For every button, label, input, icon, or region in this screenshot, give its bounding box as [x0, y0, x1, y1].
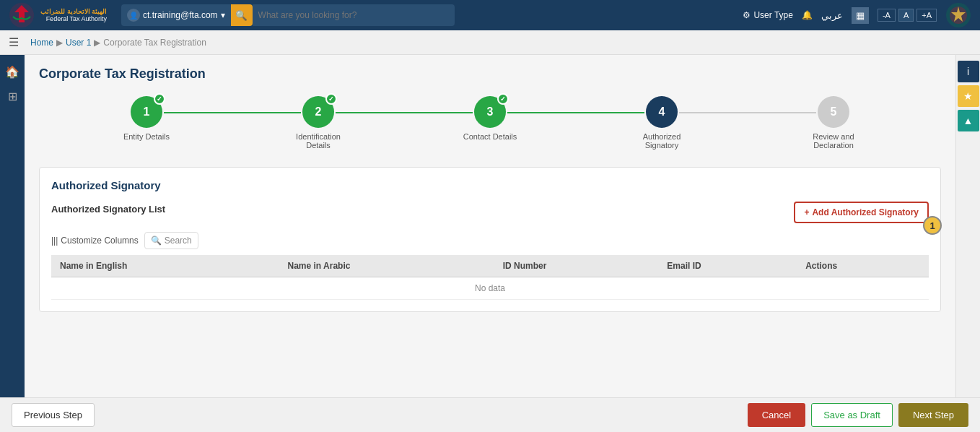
- font-controls: -A A +A: [878, 9, 937, 22]
- user-avatar: 👤: [127, 9, 140, 22]
- top-header: الهيئة الاتحادية للضرائب Federal Tax Aut…: [0, 0, 980, 30]
- step-number-2: 2: [315, 105, 322, 118]
- logo-arabic-text: الهيئة الاتحادية للضرائب: [40, 8, 107, 15]
- header-right: ⚙ User Type 🔔 عربي ▦ -A A +A: [743, 2, 971, 28]
- breadcrumb-current: Corporate Tax Registration: [103, 38, 206, 48]
- side-nav: 🏠 ⊞: [0, 55, 25, 397]
- step-wizard: 1 ✓ Entity Details 2 ✓ Identification De…: [39, 96, 941, 150]
- cancel-button[interactable]: Cancel: [748, 403, 805, 427]
- footer-right: Cancel Save as Draft Next Step: [748, 403, 968, 427]
- wizard-step-3: 3 ✓ Contact Details: [404, 96, 576, 141]
- home-nav-icon[interactable]: 🏠: [1, 61, 23, 82]
- col-id-number: ID Number: [494, 255, 659, 277]
- col-name-arabic: Name in Arabic: [279, 255, 494, 277]
- step-check-3: ✓: [497, 93, 509, 105]
- step-number-3: 3: [487, 105, 494, 118]
- plus-icon: +: [804, 207, 809, 217]
- step-circle-2: 2 ✓: [302, 96, 334, 128]
- search-button[interactable]: 🔍: [231, 4, 253, 26]
- user-dropdown[interactable]: 👤 ct.training@fta.com ▾: [121, 4, 231, 26]
- settings-icon: ⚙: [743, 10, 751, 20]
- list-section-title: Authorized Signatory List: [51, 204, 165, 215]
- step-circle-4: 4: [646, 96, 678, 128]
- font-minus-button[interactable]: -A: [878, 9, 896, 22]
- logo-english-text: Federal Tax Authority: [40, 15, 107, 22]
- col-name-english: Name in English: [51, 255, 279, 277]
- grid-nav-icon[interactable]: ⊞: [1, 85, 23, 107]
- hamburger-menu-icon[interactable]: ☰: [9, 35, 19, 49]
- customize-columns-button[interactable]: ||| Customize Columns: [51, 236, 139, 246]
- step-number-5: 5: [831, 105, 837, 118]
- page-footer: Previous Step Cancel Save as Draft Next …: [0, 397, 980, 432]
- right-sidebar: i ★ ▲: [955, 55, 980, 397]
- save-draft-button[interactable]: Save as Draft: [811, 403, 893, 427]
- previous-step-button[interactable]: Previous Step: [12, 403, 95, 427]
- col-email-id: Email ID: [658, 255, 797, 277]
- step-label-4: Authorized Signatory: [629, 132, 694, 150]
- card-title: Authorized Signatory: [51, 179, 929, 191]
- table-search-placeholder: Search: [165, 236, 192, 246]
- font-normal-button[interactable]: A: [898, 9, 914, 22]
- uae-emblem-icon: [945, 2, 971, 28]
- annotation-badge-1: 1: [923, 216, 942, 235]
- search-input[interactable]: [258, 10, 449, 20]
- add-signatory-label: Add Authorized Signatory: [812, 207, 919, 217]
- table-search-box: 🔍 Search: [144, 232, 198, 249]
- signatory-table: Name in English Name in Arabic ID Number…: [51, 255, 929, 300]
- next-step-button[interactable]: Next Step: [898, 403, 968, 427]
- col-actions: Actions: [797, 255, 929, 277]
- breadcrumb: Home ▶ User 1 ▶ Corporate Tax Registrati…: [30, 38, 206, 48]
- font-plus-button[interactable]: +A: [916, 9, 937, 22]
- table-header: Name in English Name in Arabic ID Number…: [51, 255, 929, 277]
- step-number-4: 4: [659, 105, 665, 118]
- step-label-2: Identification Details: [286, 132, 351, 150]
- step-circle-3: 3 ✓: [474, 96, 506, 128]
- table-body: No data: [51, 277, 929, 300]
- nav-bar: ☰ Home ▶ User 1 ▶ Corporate Tax Registra…: [0, 30, 980, 55]
- notification-icon[interactable]: 🔔: [802, 10, 813, 20]
- authorized-signatory-card: Authorized Signatory Authorized Signator…: [39, 167, 941, 312]
- step-check-1: ✓: [154, 93, 165, 105]
- columns-icon: |||: [51, 236, 58, 246]
- layout-toggle-button[interactable]: ▦: [852, 7, 869, 24]
- wizard-step-5: 5 Review and Declaration: [748, 96, 919, 150]
- user-type-label: User Type: [753, 10, 792, 20]
- step-label-1: Entity Details: [123, 132, 170, 141]
- step-check-2: ✓: [325, 93, 337, 105]
- info-sidebar-button[interactable]: i: [958, 61, 979, 82]
- step-label-3: Contact Details: [463, 132, 517, 141]
- step-circle-5: 5: [818, 96, 849, 128]
- user-type-button[interactable]: ⚙ User Type: [743, 10, 792, 20]
- dropdown-arrow-icon: ▾: [221, 10, 225, 20]
- wizard-step-2: 2 ✓ Identification Details: [232, 96, 404, 150]
- main-content: Corporate Tax Registration 1 ✓ Entity De…: [25, 55, 955, 397]
- scroll-top-sidebar-button[interactable]: ▲: [958, 110, 979, 131]
- footer-left: Previous Step: [12, 403, 95, 427]
- wizard-step-4: 4 Authorized Signatory: [576, 96, 748, 150]
- breadcrumb-arrow-2: ▶: [94, 38, 100, 48]
- no-data-cell: No data: [51, 277, 929, 300]
- arabic-toggle[interactable]: عربي: [821, 10, 843, 21]
- fta-logo-icon: [9, 2, 35, 28]
- breadcrumb-home-link[interactable]: Home: [30, 38, 53, 48]
- step-circle-1: 1 ✓: [131, 96, 162, 128]
- step-label-5: Review and Declaration: [801, 132, 866, 150]
- page-title: Corporate Tax Registration: [39, 66, 941, 82]
- logo-area: الهيئة الاتحادية للضرائب Federal Tax Aut…: [9, 2, 107, 28]
- table-search-icon: 🔍: [151, 236, 162, 246]
- user-email-label: ct.training@fta.com: [143, 10, 218, 20]
- header-left: الهيئة الاتحادية للضرائب Federal Tax Aut…: [9, 2, 455, 28]
- star-sidebar-button[interactable]: ★: [958, 85, 979, 107]
- wizard-step-1: 1 ✓ Entity Details: [61, 96, 232, 141]
- customize-columns-label: Customize Columns: [61, 236, 138, 246]
- breadcrumb-arrow-1: ▶: [56, 38, 63, 48]
- add-authorized-signatory-button[interactable]: + Add Authorized Signatory: [794, 202, 929, 223]
- breadcrumb-user-link[interactable]: User 1: [66, 38, 91, 48]
- step-number-1: 1: [144, 105, 150, 118]
- table-toolbar: ||| Customize Columns 🔍 Search: [51, 232, 929, 249]
